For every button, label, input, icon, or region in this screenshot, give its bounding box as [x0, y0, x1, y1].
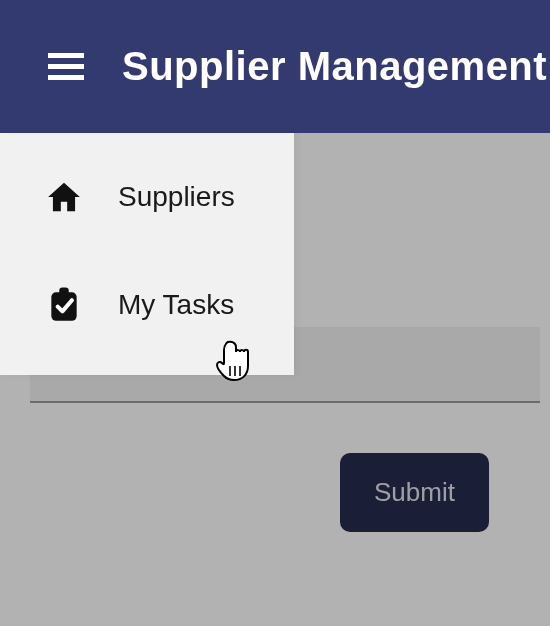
- menu-button[interactable]: [44, 45, 88, 89]
- nav-drawer: Suppliers My Tasks: [0, 133, 294, 375]
- home-icon: [44, 177, 84, 217]
- app-root: Supplier Management barding g, provide t…: [0, 0, 550, 626]
- hamburger-icon: [48, 53, 84, 81]
- svg-rect-4: [59, 288, 69, 298]
- nav-drawer-list: Suppliers My Tasks: [0, 133, 294, 375]
- app-title: Supplier Management: [122, 44, 547, 89]
- svg-rect-0: [48, 53, 84, 58]
- clipboard-check-icon: [44, 285, 84, 325]
- sidebar-item-my-tasks[interactable]: My Tasks: [0, 251, 294, 359]
- app-header: Supplier Management: [0, 0, 550, 133]
- sidebar-item-label: Suppliers: [118, 181, 235, 213]
- svg-rect-2: [48, 75, 84, 80]
- svg-rect-1: [48, 64, 84, 69]
- sidebar-item-suppliers[interactable]: Suppliers: [0, 143, 294, 251]
- sidebar-item-label: My Tasks: [118, 289, 234, 321]
